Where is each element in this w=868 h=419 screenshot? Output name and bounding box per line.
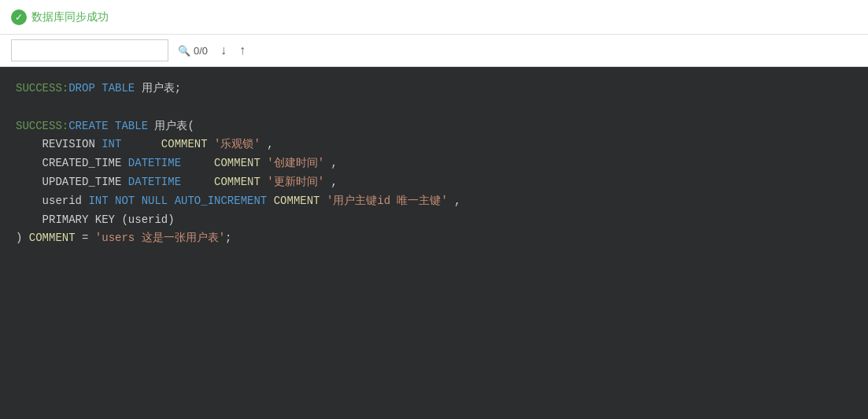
code-line-primary-key: PRIMARY KEY (userid) [16, 211, 852, 230]
search-icon: 🔍 [178, 45, 190, 57]
top-bar: ✓ 数据库同步成功 [0, 0, 868, 35]
nav-down-button[interactable]: ↓ [217, 44, 230, 57]
success-text: 数据库同步成功 [31, 10, 109, 24]
code-line-created-time: CREATED_TIME DATETIME COMMENT '创建时间' , [16, 154, 852, 173]
app-container: ✓ 数据库同步成功 🔍 0/0 ↓ ↑ SUCCESS:DROP TABLE 用… [0, 0, 868, 419]
code-line-userid: userid INT NOT NULL AUTO_INCREMENT COMME… [16, 192, 852, 211]
success-badge: ✓ 数据库同步成功 [11, 9, 109, 25]
code-line-drop: SUCCESS:DROP TABLE 用户表; [16, 80, 852, 98]
empty-line-1 [16, 98, 852, 117]
search-count: 0/0 [194, 45, 208, 57]
code-area: SUCCESS:DROP TABLE 用户表; SUCCESS:CREATE T… [0, 67, 868, 419]
search-button[interactable]: 🔍 0/0 [175, 45, 211, 57]
code-line-revision: REVISION INT COMMENT '乐观锁' , [16, 135, 852, 154]
nav-up-button[interactable]: ↑ [236, 44, 249, 57]
toolbar: 🔍 0/0 ↓ ↑ [0, 35, 868, 67]
code-line-close: ) COMMENT = 'users 这是一张用户表'; [16, 229, 852, 248]
code-line-create: SUCCESS:CREATE TABLE 用户表( [16, 117, 852, 136]
code-line-updated-time: UPDATED_TIME DATETIME COMMENT '更新时间' , [16, 173, 852, 192]
search-input[interactable] [11, 39, 168, 61]
success-icon: ✓ [11, 9, 27, 25]
